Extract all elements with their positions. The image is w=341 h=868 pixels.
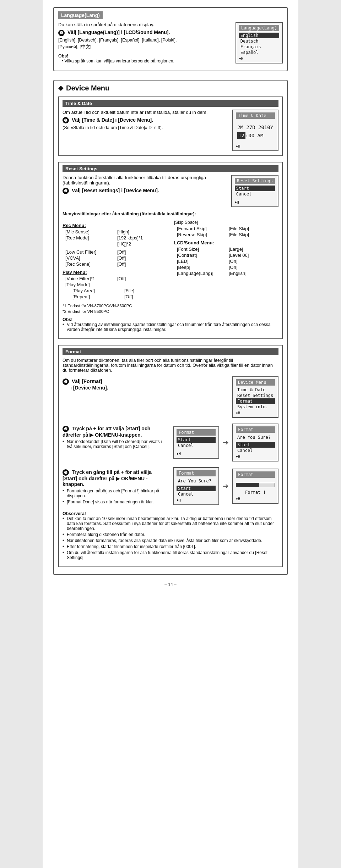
lcd-menu-label: LCD/Sound Menu: [174,240,278,245]
play-repeat: [Repeat][Off] [63,294,167,299]
menu-settings-section: Menyinställningar efter återställning (f… [63,211,278,332]
reset-settings-header: Reset Settings [63,165,278,172]
reset-text: Denna funktion återställer alla funktion… [63,175,231,196]
format-dm-lcd-title: Device Menu [236,379,275,386]
arrow-icon-2: ➔ [223,482,229,490]
rec-play-menus: Rec Menu: [Mic Sense][High] [Rec Mode][1… [63,220,167,300]
format-subsection: Format Om du formaterar diktafonen, tas … [58,345,283,568]
format-lcd3-cancel: Cancel [177,491,216,497]
format-lcd4-title: Format [236,471,275,478]
format-lcd1-dot: ♦H [177,452,216,456]
language-section: Language(Lang) Du kan ställa in språket … [53,7,288,71]
lang-lcd-item-1: Deutsch [239,38,279,44]
format-dm-lcd-dot: ♦H [236,411,275,415]
lcd-font: [Font Size][Large] [174,247,278,252]
diamond-icon: ◆ [58,84,63,92]
format-obs-title: Observera! [63,511,278,516]
page: Language(Lang) Du kan ställa in språket … [43,0,298,868]
time-rest: :00 AM [245,133,264,138]
format-step3-text: ❸ Tryck en gång till på + för att välja … [63,467,167,506]
format-step1-lcd: Device Menu Time & Date Reset Settings F… [232,376,278,418]
time-date-lcd-dot: ♦H [236,144,275,148]
lang-lcd-item-2: Français [239,44,279,50]
lcd-beep: [Beep][On] [174,265,278,270]
time-date-header: Time & Date [63,100,278,107]
format-step1-text: ❶ Välj [Format] i [Device Menu]. [63,376,227,392]
skip-space-label: [Skip Space] [174,220,278,225]
reset-intro2: (fabriksinställningarna). [63,180,226,186]
reset-obs-item-0: Vid återställning av inställningarna spa… [63,322,278,332]
format-lcd4-dot: ♦H [236,497,275,501]
device-menu-section: ◆ Device Menu Time & Date Om aktuell tid… [53,80,288,575]
time-date-intro: Om aktuell tid och aktuellt datum inte ä… [63,110,227,115]
time-date-step1: ❶ Välj [Time & Date] i [Device Menu]. [63,117,227,124]
time-date-lcd: Time & Date 2M 27D 2010Y 12:00 AM ♦H [232,110,278,151]
reset-intro1: Denna funktion återställer alla funktion… [63,175,226,180]
reset-obs-list: Vid återställning av inställningarna spa… [63,322,278,332]
reset-lcd-dot: ♦H [235,200,275,204]
play-vf: [Voice Filter]*1[Off] [63,276,167,281]
format-step1-circle: ❶ [63,378,69,385]
rec-vcva: [VCVA][Off] [63,255,167,261]
play-mode: [Play Mode] [63,282,167,287]
play-area: [Play Area][File] [63,288,167,293]
menu-settings-title: Menyinställningar efter återställning (f… [63,211,278,216]
time-date-subsection: Time & Date Om aktuell tid och aktuellt … [58,96,283,156]
lang-obs-item: Vilka språk som kan väljas varierar bero… [58,59,228,63]
format-step3-circle: ❸ [63,469,69,476]
lang-lcd-dot: ♦H [239,57,279,61]
format-lcd3-start: Start [177,486,216,491]
format-obs-3: Efter formatering, startar filnamnen för… [63,544,278,549]
lang-step1-body2: [Русский], [中文] [58,44,228,50]
reset-step1: ❶ Välj [Reset Settings] i [Device Menu]. [63,188,226,194]
time-date-text: Om aktuell tid och aktuellt datum inte ä… [63,110,232,132]
reset-lcd-title: Reset Settings [235,178,275,184]
menu-tables: Rec Menu: [Mic Sense][High] [Rec Mode][1… [63,220,278,300]
lang-lcd-box: Language(Lang) English Deutsch Français … [236,22,283,63]
format-step2-row: ❷ Tryck på + för att välja [Start] och d… [63,424,278,461]
format-step2-circle: ❷ [63,426,69,432]
format-lcd2-start: Start [236,442,275,448]
time-date-lcd-line1: 2M 27D 2010Y [237,125,274,130]
format-step3-title: ❸ Tryck en gång till på + för att välja … [63,469,167,487]
format-lcd4: Format Format ! ♦H [232,469,278,504]
lang-obs: Obs! Vilka språk som kan väljas varierar… [58,54,228,63]
reset-lcd: Reset Settings Start Cancel ♦H [231,175,278,207]
format-dm-lcd-item1: Reset Settings [236,393,275,398]
lang-section-header: Language(Lang) [58,11,103,19]
format-lcd1-title: Format [177,429,216,436]
format-step3-bullet2: [Format Done] visas när formateringen är… [63,499,167,504]
format-obs: Observera! Det kan ta mer än 10 sekunder… [63,511,278,560]
format-obs-0: Det kan ta mer än 10 sekunder innan bear… [63,516,278,531]
lang-text: Du kan ställa in språket på diktafonens … [58,22,236,66]
lang-intro: Du kan ställa in språket på diktafonens … [58,22,228,27]
reset-lcd-cancel: Cancel [235,191,275,197]
reset-obs-title: Obs! [63,317,278,322]
format-lcd3-line1: Are You Sure? [177,478,216,484]
format-step2-title: ❷ Tryck på + för att välja [Start] och d… [63,426,167,438]
skip-fwd: [Forward Skip][File Skip] [174,226,278,231]
page-number: – 14 – [53,582,288,587]
format-lcd2-title: Format [236,426,275,433]
lang-obs-title: Obs! [58,54,228,59]
lang-step1-body: [English], [Deutsch], [Français], [Españ… [58,38,228,43]
device-menu-title: Device Menu [66,84,109,92]
lang-lcd-item-0: English [239,33,279,38]
rec-lcf: [Low Cut Filter][Off] [63,249,167,255]
reset-obs: Obs! Vid återställning av inställningarn… [63,317,278,332]
format-done-text: Format ! [236,489,275,496]
format-step3-notes: Formateringen påbörjas och [Format !] bl… [63,488,167,504]
format-step2-lcds: Format Start Cancel ♦H ➔ Format Are You … [173,424,278,461]
time-block: 12 [237,132,245,139]
format-lcd3: Format Are You Sure? Start Cancel ♦H [173,467,219,505]
format-dm-lcd-item0: Time & Date [236,387,275,393]
format-lcd1: Format Start Cancel ♦H [173,426,219,459]
rec-mode: [Rec Mode][192 kbps]*1 [63,235,167,241]
format-lcd2-dot: ♦H [236,455,275,459]
format-obs-1: Formatera aldrig diktafonen från en dato… [63,532,278,537]
format-step2-text: ❷ Tryck på + för att välja [Start] och d… [63,424,167,450]
format-step1-row: ❶ Välj [Format] i [Device Menu]. Device … [63,376,278,418]
arrow-icon-1: ➔ [223,438,229,447]
device-menu-header: ◆ Device Menu [58,84,283,92]
step-circle-1: ❶ [58,30,65,36]
